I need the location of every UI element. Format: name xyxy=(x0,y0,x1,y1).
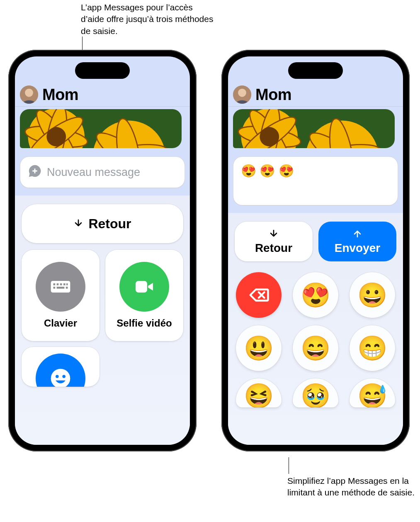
callout-leader-line xyxy=(82,37,83,51)
video-selfie-tile[interactable]: Selfie vidéo xyxy=(105,250,183,341)
svg-point-28 xyxy=(238,89,246,97)
back-button-label: Retour xyxy=(255,241,292,255)
callout-top: L’app Messages pour l’accès d’aide offre… xyxy=(81,2,214,37)
svg-rect-18 xyxy=(63,283,66,285)
svg-point-26 xyxy=(62,375,65,378)
contact-avatar xyxy=(233,85,251,104)
emoji-key[interactable]: 😆 xyxy=(236,378,282,407)
svg-rect-22 xyxy=(66,287,68,289)
send-button-label: Envoyer xyxy=(335,241,381,255)
callout-bottom: Simplifiez l’app Messages en la limitant… xyxy=(287,475,420,499)
screen-right: Mom xyxy=(228,56,403,445)
iphone-frame-right: Mom xyxy=(221,50,410,451)
emoji-icon xyxy=(36,354,85,387)
keyboard-tile-label: Clavier xyxy=(44,317,77,329)
message-thread xyxy=(228,107,403,152)
delete-key[interactable] xyxy=(236,272,282,318)
send-button[interactable]: Envoyer xyxy=(318,222,396,261)
emoji-tile-partial[interactable] xyxy=(22,347,100,387)
emoji-keyboard: 😍 😀 😃 😄 😁 😆 🥹 😅 xyxy=(235,272,396,407)
video-icon xyxy=(119,262,169,312)
emoji-key[interactable]: 😀 xyxy=(350,272,395,318)
received-photo-message[interactable] xyxy=(20,109,182,148)
dynamic-island xyxy=(75,62,130,79)
svg-rect-20 xyxy=(53,287,56,289)
emoji-key[interactable]: 😍 xyxy=(293,272,338,318)
message-thread xyxy=(15,107,190,152)
input-panel: Retour Envoyer xyxy=(228,213,403,445)
compose-content: 😍 😍 😍 xyxy=(241,163,294,178)
phones-container: Mom xyxy=(8,50,410,451)
keyboard-icon xyxy=(36,262,85,312)
svg-rect-17 xyxy=(60,283,62,285)
contact-name: Mom xyxy=(42,86,78,104)
contact-avatar xyxy=(20,85,38,104)
emoji-key[interactable]: 😃 xyxy=(236,325,282,371)
svg-point-24 xyxy=(51,369,70,387)
emoji-key[interactable]: 🥹 xyxy=(293,378,338,407)
iphone-frame-left: Mom xyxy=(8,50,197,451)
screen-left: Mom xyxy=(15,56,190,445)
compose-field[interactable]: Nouveau message xyxy=(20,156,185,188)
action-row: Retour Envoyer xyxy=(235,222,396,261)
svg-rect-15 xyxy=(53,283,56,285)
back-button[interactable]: Retour xyxy=(235,222,313,261)
input-method-grid: Clavier Selfie vidéo xyxy=(22,250,183,341)
callout-leader-line xyxy=(289,457,289,474)
svg-point-36 xyxy=(260,127,279,146)
svg-rect-21 xyxy=(57,287,65,289)
video-selfie-tile-label: Selfie vidéo xyxy=(117,317,172,329)
emoji-key[interactable]: 😁 xyxy=(350,325,395,371)
dynamic-island xyxy=(288,62,343,79)
svg-rect-19 xyxy=(66,283,68,285)
keyboard-tile[interactable]: Clavier xyxy=(22,250,100,341)
arrow-down-icon xyxy=(269,228,279,241)
arrow-down-icon xyxy=(73,216,83,232)
arrow-up-icon xyxy=(352,228,362,241)
back-button[interactable]: Retour xyxy=(22,204,183,243)
input-panel: Retour Clavier Selfie vidéo xyxy=(15,195,190,445)
svg-point-1 xyxy=(25,89,33,97)
compose-placeholder: Nouveau message xyxy=(47,166,140,179)
contact-name: Mom xyxy=(255,86,291,104)
emoji-key[interactable]: 😄 xyxy=(293,325,338,371)
svg-point-25 xyxy=(56,375,58,378)
back-button-label: Retour xyxy=(88,216,131,232)
svg-point-9 xyxy=(46,127,66,146)
compose-field[interactable]: 😍 😍 😍 xyxy=(233,156,398,205)
received-photo-message[interactable] xyxy=(233,109,395,148)
new-message-icon xyxy=(28,164,42,181)
svg-rect-23 xyxy=(136,281,147,293)
emoji-key[interactable]: 😅 xyxy=(350,378,395,407)
svg-rect-16 xyxy=(57,283,59,285)
